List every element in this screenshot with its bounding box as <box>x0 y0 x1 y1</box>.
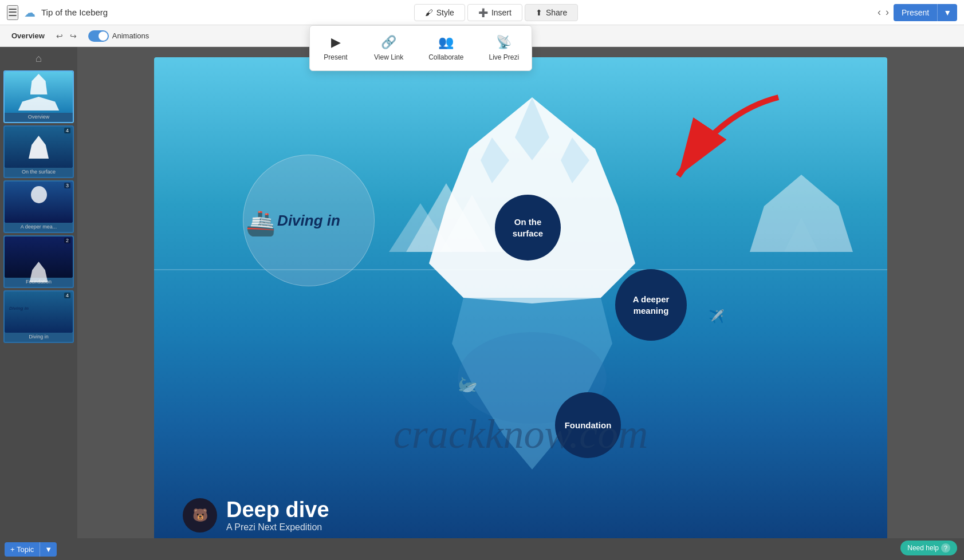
share-viewlink-label: View Link <box>374 53 403 61</box>
undo-button[interactable]: ↩ <box>56 31 63 41</box>
cloud-icon: ☁ <box>24 6 36 19</box>
need-help-icon: ? <box>941 543 950 553</box>
share-present-item[interactable]: ▶ Present <box>310 26 361 70</box>
share-dropdown: ▶ Present 🔗 View Link 👥 Collaborate 📡 Li… <box>309 25 532 71</box>
deep-dive-section: 🐻 Deep dive A Prezi Next Expedition <box>183 498 329 533</box>
present-button[interactable]: Present ▼ <box>894 4 957 21</box>
add-topic-button[interactable]: + Topic ▼ <box>5 542 57 557</box>
deep-dive-text: Deep dive A Prezi Next Expedition <box>226 498 329 533</box>
style-icon: 🖌 <box>425 8 433 17</box>
hamburger-button[interactable]: ☰ <box>7 5 18 20</box>
slide-thumb-1[interactable]: 4 On the surface <box>3 125 74 178</box>
doc-title: Tip of the Iceberg <box>41 7 108 17</box>
collaborate-icon: 👥 <box>438 35 454 50</box>
slide-label-4: Diving in <box>5 333 73 342</box>
home-icon[interactable]: ⌂ <box>36 53 42 65</box>
nav-prev-button[interactable]: ‹ <box>878 6 881 18</box>
watermark-text: crackknow.com <box>394 411 648 458</box>
bubble-deeper[interactable]: A deeper meaning <box>615 269 687 341</box>
bear-logo: 🐻 <box>183 498 217 533</box>
slide-thumb-2[interactable]: 3 A deeper mea... <box>3 180 74 233</box>
slide-num-1: 4 <box>64 128 70 133</box>
slide-num-3: 2 <box>64 238 70 243</box>
share-icon: ⬆ <box>536 8 542 17</box>
bubble-surface-text: On the surface <box>495 212 561 243</box>
add-topic-dropdown-arrow[interactable]: ▼ <box>40 542 57 557</box>
slide-num-2: 3 <box>64 183 70 188</box>
share-label: Share <box>546 8 567 17</box>
slide-thumb-4[interactable]: 4 Diving in Diving in <box>3 290 74 343</box>
share-collaborate-item[interactable]: 👥 Collaborate <box>416 26 476 70</box>
insert-icon: ➕ <box>478 8 488 17</box>
slide-thumb-overview[interactable]: Overview <box>3 70 74 123</box>
present-dropdown-arrow[interactable]: ▼ <box>937 4 957 21</box>
present-label: Present <box>894 4 937 21</box>
share-collaborate-label: Collaborate <box>428 53 463 61</box>
slide-label-1: On the surface <box>5 168 73 177</box>
slide-thumb-2-inner <box>5 182 73 223</box>
slide-label-overview: Overview <box>5 113 73 122</box>
topbar-right: ‹ › Present ▼ <box>878 4 964 21</box>
bubble-surface[interactable]: On the surface <box>495 195 561 261</box>
slide-thumb-4-inner: Diving in <box>5 291 73 333</box>
need-help-label: Need help <box>907 544 939 552</box>
bubble-deeper-text: A deeper meaning <box>628 289 674 321</box>
canvas-area: Diving in 🚢 On the surface A deeper mean… <box>77 47 964 560</box>
slide-canvas[interactable]: Diving in 🚢 On the surface A deeper mean… <box>154 57 887 550</box>
animations-toggle[interactable] <box>88 30 109 42</box>
animations-toggle-wrap: Animations <box>88 30 149 42</box>
link-icon: 🔗 <box>381 35 396 50</box>
airplane-icon: ✈️ <box>709 309 724 324</box>
share-tab[interactable]: ⬆ Share <box>525 4 578 21</box>
whale-icon: 🐋 <box>458 375 478 394</box>
insert-tab[interactable]: ➕ Insert <box>467 4 522 21</box>
liveprezi-icon: 📡 <box>496 35 511 50</box>
deep-dive-subtitle: A Prezi Next Expedition <box>226 522 329 533</box>
sidebar-home: ⌂ <box>3 49 74 68</box>
right-iceberg <box>750 172 853 252</box>
nav-next-button[interactable]: › <box>886 6 889 18</box>
style-label: Style <box>436 8 454 17</box>
deep-dive-title: Deep dive <box>226 498 329 522</box>
add-topic-label: + Topic <box>5 542 40 557</box>
redo-button[interactable]: ↪ <box>70 31 77 41</box>
slide-label-2: A deeper mea... <box>5 223 73 232</box>
topbar-center: 🖌 Style ➕ Insert ⬆ Share <box>414 4 579 21</box>
slide-num-4: 4 <box>64 293 70 298</box>
style-tab[interactable]: 🖌 Style <box>414 4 465 21</box>
slide-thumb-0-inner <box>5 72 73 113</box>
slide-thumb-3-inner <box>5 236 73 278</box>
slide-thumb-3[interactable]: 2 Foundation <box>3 235 74 288</box>
container-ship: 🚢 <box>246 209 276 237</box>
bottom-bar: + Topic ▼ Need help ? <box>0 538 964 560</box>
present-dropdown-icon: ▶ <box>331 35 341 50</box>
overview-tab-label: Overview <box>7 31 49 40</box>
insert-label: Insert <box>491 8 511 17</box>
need-help-button[interactable]: Need help ? <box>900 541 957 555</box>
animations-label: Animations <box>112 31 149 40</box>
share-viewlink-item[interactable]: 🔗 View Link <box>361 26 416 70</box>
slide-thumb-1-inner <box>5 127 73 168</box>
toggle-knob <box>99 31 108 41</box>
share-liveprezi-item[interactable]: 📡 Live Prezi <box>477 26 532 70</box>
main-layout: ⌂ Overview 4 On the surface 3 <box>0 47 964 560</box>
topbar-left: ☰ ☁ Tip of the Iceberg <box>0 5 115 20</box>
sidebar: ⌂ Overview 4 On the surface 3 <box>0 47 77 560</box>
diving-in-text: Diving in <box>277 212 340 230</box>
topbar: ☰ ☁ Tip of the Iceberg 🖌 Style ➕ Insert … <box>0 0 964 25</box>
share-liveprezi-label: Live Prezi <box>489 53 520 61</box>
share-present-label: Present <box>324 53 347 61</box>
